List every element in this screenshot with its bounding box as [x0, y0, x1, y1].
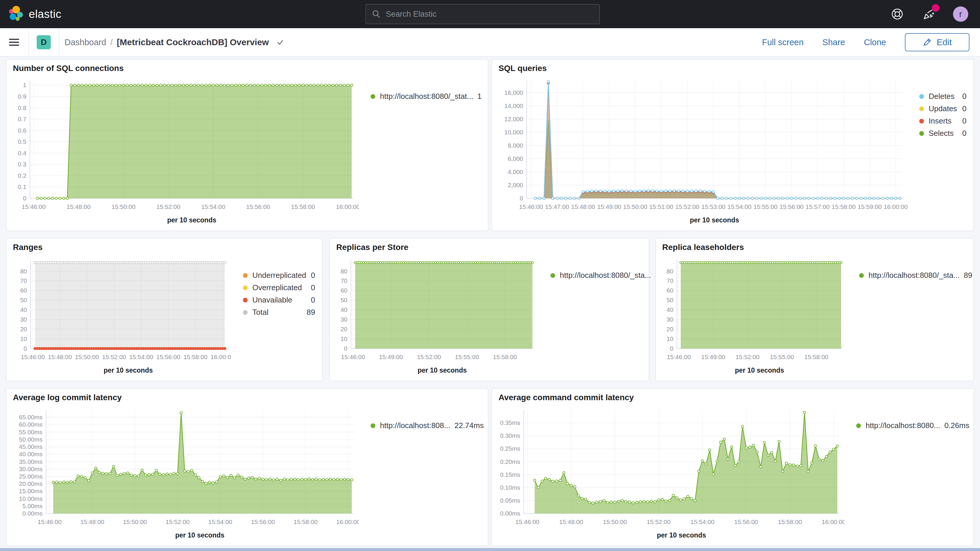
svg-text:15:46:00: 15:46:00 [38, 518, 62, 525]
chart-legend: http://localhost:8080/_sta...89 [847, 260, 970, 373]
legend-label: Overreplicated [252, 283, 302, 292]
space-badge[interactable]: D [37, 35, 51, 49]
panel-title: Ranges [13, 243, 43, 252]
notification-badge [932, 4, 940, 12]
legend-dot [243, 285, 248, 290]
panel-title: SQL queries [498, 64, 547, 73]
svg-text:70: 70 [20, 277, 27, 284]
avg-command-commit-latency-chart[interactable]: 0.35ms0.30ms0.25ms0.20ms0.15ms0.10ms0.05… [495, 406, 845, 543]
svg-text:15:52:00: 15:52:00 [102, 354, 126, 360]
svg-text:0.25ms: 0.25ms [500, 445, 520, 452]
legend-label: http://localhost:8080/_sta... [869, 271, 960, 280]
svg-text:30: 30 [340, 316, 347, 323]
svg-text:15:57:00: 15:57:00 [806, 203, 830, 210]
svg-text:15:52:00: 15:52:00 [417, 354, 441, 360]
replicas-per-store-chart[interactable]: 8070605040302010015:46:0015:49:0015:52:0… [333, 256, 539, 378]
horizontal-scrollbar[interactable] [0, 548, 980, 551]
chart-legend: http://localhost:8080...0.26ms [845, 411, 970, 538]
svg-text:15:48:00: 15:48:00 [67, 203, 91, 210]
svg-text:2,000: 2,000 [508, 182, 523, 188]
svg-text:15:46:00: 15:46:00 [519, 203, 543, 210]
elastic-logo[interactable]: elastic [0, 5, 131, 23]
svg-text:per 10 seconds: per 10 seconds [735, 366, 784, 374]
svg-text:per 10 seconds: per 10 seconds [167, 216, 216, 224]
svg-text:15:46:00: 15:46:00 [667, 354, 691, 360]
legend-item: Selects0 [919, 129, 967, 138]
svg-text:15:46:00: 15:46:00 [22, 203, 46, 210]
legend-value: 0 [963, 116, 967, 126]
legend-dot [243, 298, 248, 303]
legend-value: 0 [963, 92, 967, 101]
legend-dot [243, 310, 248, 315]
user-avatar[interactable]: r [953, 6, 968, 22]
svg-text:0.9: 0.9 [18, 93, 26, 100]
svg-text:0.05ms: 0.05ms [500, 497, 520, 504]
sql-queries-chart[interactable]: 16,00014,00012,00010,0008,0006,0004,0002… [495, 76, 907, 228]
svg-text:15:58:00: 15:58:00 [294, 518, 318, 525]
svg-text:15:53:00: 15:53:00 [701, 203, 725, 210]
pencil-icon [923, 38, 932, 47]
svg-text:60: 60 [20, 287, 27, 294]
svg-text:per 10 seconds: per 10 seconds [103, 366, 153, 374]
legend-value: 0 [311, 295, 315, 304]
legend-dot [919, 107, 924, 111]
page-title: [Metricbeat CockroachDB] Overview [117, 37, 269, 47]
svg-text:30: 30 [667, 316, 673, 323]
svg-text:4,000: 4,000 [508, 169, 523, 175]
svg-text:15:56:00: 15:56:00 [780, 203, 803, 210]
svg-text:15:58:00: 15:58:00 [804, 354, 828, 360]
svg-text:15:52:00: 15:52:00 [165, 518, 189, 525]
svg-text:15:56:00: 15:56:00 [156, 354, 180, 360]
svg-text:0.00ms: 0.00ms [500, 510, 520, 517]
menu-icon[interactable] [0, 28, 28, 56]
search-input[interactable] [385, 10, 600, 19]
breadcrumb: Dashboard / [Metricbeat CockroachDB] Ove… [65, 37, 285, 47]
svg-text:15:54:00: 15:54:00 [727, 203, 751, 210]
svg-text:0.3: 0.3 [18, 161, 26, 167]
edit-button[interactable]: Edit [905, 33, 969, 51]
svg-text:16:00:00: 16:00:00 [884, 203, 907, 210]
legend-item: Updates0 [919, 104, 967, 113]
divider [28, 28, 29, 56]
panel-title: Average log commit latency [13, 393, 122, 402]
full-screen-button[interactable]: Full screen [762, 38, 803, 47]
help-icon[interactable] [889, 6, 905, 22]
avg-log-commit-latency-chart[interactable]: 65.00ms60.00ms55.00ms50.00ms45.00ms40.00… [10, 406, 359, 543]
legend-item: Total89 [243, 308, 315, 317]
svg-text:0.8: 0.8 [18, 104, 26, 111]
svg-text:15:52:00: 15:52:00 [647, 518, 671, 525]
dashboard-toolbar: D Dashboard / [Metricbeat CockroachDB] O… [0, 28, 980, 57]
svg-text:per 10 seconds: per 10 seconds [417, 366, 466, 374]
replica-leaseholders-chart[interactable]: 8070605040302010015:46:0015:49:0015:52:0… [659, 256, 847, 378]
chart-legend: http://localhost:8080/_stat...1 [359, 81, 485, 223]
ranges-chart[interactable]: 8070605040302010015:46:0015:48:0015:50:0… [10, 256, 231, 378]
svg-text:0.30ms: 0.30ms [500, 432, 520, 439]
svg-text:40: 40 [20, 306, 27, 313]
svg-text:15:56:00: 15:56:00 [251, 518, 275, 525]
svg-text:15:50:00: 15:50:00 [111, 203, 135, 210]
legend-dot [243, 273, 248, 278]
svg-text:15:48:00: 15:48:00 [48, 354, 72, 360]
panel-title: Replicas per Store [336, 243, 409, 252]
sql-connections-chart[interactable]: 10.90.80.70.60.50.40.30.20.1015:46:0015:… [10, 76, 359, 228]
legend-label: Updates [929, 104, 957, 113]
svg-text:10: 10 [20, 335, 27, 342]
space-badge-letter: D [41, 38, 47, 47]
share-button[interactable]: Share [822, 38, 845, 47]
panel-replica-leaseholders: Replica leaseholders 8070605040302010015… [655, 238, 974, 381]
legend-label: http://localhost:8080/_stat... [380, 92, 473, 101]
news-icon[interactable] [921, 6, 937, 22]
legend-item: Overreplicated0 [243, 283, 315, 292]
clone-button[interactable]: Clone [864, 38, 886, 47]
legend-dot [550, 273, 555, 278]
breadcrumb-dashboard[interactable]: Dashboard [65, 38, 106, 47]
svg-text:15:58:00: 15:58:00 [493, 354, 517, 360]
panel-ranges: Ranges 8070605040302010015:46:0015:48:00… [6, 238, 323, 381]
search-icon [372, 10, 381, 19]
global-search[interactable] [366, 4, 600, 24]
legend-item: http://localhost:8080/_sta...89 [550, 271, 642, 280]
svg-text:0.2: 0.2 [18, 172, 26, 179]
legend-value: 0.26ms [944, 421, 969, 430]
svg-text:12,000: 12,000 [504, 116, 523, 123]
legend-item: http://localhost:8080...0.26ms [856, 421, 967, 430]
